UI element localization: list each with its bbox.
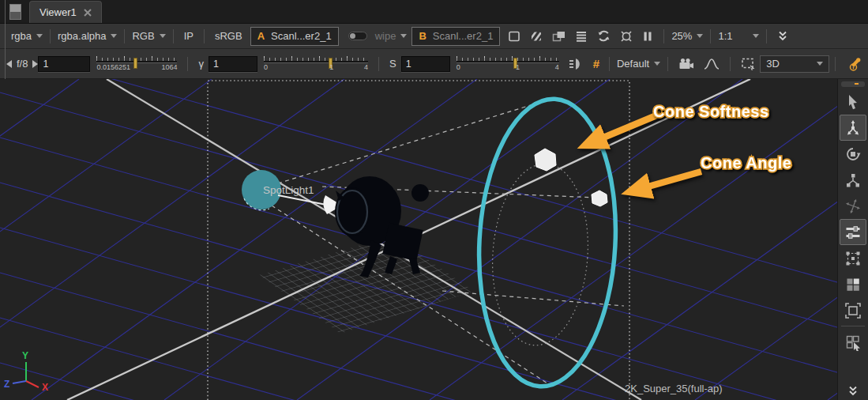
chevron-down-icon	[36, 34, 43, 38]
update-region-button[interactable]	[615, 30, 637, 43]
headlamp-button[interactable]	[564, 57, 589, 71]
separator	[710, 29, 711, 43]
lines-icon	[574, 30, 588, 43]
wipe-toggle[interactable]	[348, 32, 367, 40]
aperture-icon	[619, 30, 633, 43]
display-mode-dropdown[interactable]: RGB	[130, 30, 167, 42]
input-a-selector[interactable]: A Scanl...er2_1	[250, 27, 339, 46]
field-lines-button[interactable]	[570, 30, 592, 43]
z-axis-label: Z	[4, 379, 9, 390]
chevron-down-icon	[753, 34, 759, 38]
cone-angle-annotation: Cone Angle	[701, 154, 791, 172]
tool-layout-grid[interactable]	[840, 271, 866, 297]
viewer-side-toolbar	[837, 79, 868, 400]
divider	[841, 326, 865, 326]
tool-select[interactable]	[840, 89, 866, 115]
separator	[766, 29, 767, 43]
marquee-icon	[740, 57, 756, 70]
alpha-layer-dropdown[interactable]: rgba.alpha	[56, 30, 118, 42]
pause-icon	[641, 30, 654, 43]
input-b-selector[interactable]: B Scanl...er2_1	[411, 27, 500, 46]
grid-snap-button[interactable]: #	[589, 57, 603, 70]
gain-input[interactable]	[38, 56, 90, 72]
next-aperture-button[interactable]	[32, 60, 38, 68]
lookup-curve-button[interactable]	[699, 58, 724, 70]
view-mode-dropdown[interactable]: 3D	[760, 55, 829, 73]
tool-free-transform[interactable]	[840, 193, 866, 219]
separator	[187, 57, 188, 71]
format-label: 2K_Super_35(full-ap)	[625, 383, 723, 394]
sample-info-button[interactable]	[841, 56, 866, 72]
stripes-icon	[529, 30, 543, 43]
input-a-node: Scanl...er2_1	[271, 30, 332, 42]
double-chevron-down-icon	[847, 385, 859, 397]
translate-icon	[844, 119, 862, 137]
tab-viewer1[interactable]: Viewer1	[29, 1, 102, 23]
roi-button[interactable]	[503, 30, 525, 43]
pixel-aspect-dropdown[interactable]: 1:1	[716, 30, 761, 42]
gamma-slider[interactable]: 0 1 4	[264, 56, 368, 77]
tool-frame-selection[interactable]	[840, 297, 866, 323]
rotate-icon	[844, 145, 862, 163]
input-b-label: B	[419, 30, 426, 42]
chevron-down-icon	[654, 62, 660, 66]
eyedropper-info-icon	[845, 56, 862, 72]
chevron-down-icon	[697, 34, 703, 38]
separator	[730, 57, 731, 71]
lighting-mode-dropdown[interactable]: Default	[615, 58, 662, 70]
sliders-icon	[844, 224, 862, 241]
sidebar-overflow-button[interactable]	[840, 381, 866, 400]
refresh-icon	[596, 29, 611, 43]
frame-brackets-icon	[844, 302, 862, 319]
refresh-button[interactable]	[592, 29, 615, 43]
separator	[173, 29, 174, 43]
viewer-3d-toolbar: f/8 0.0156251 1064 γ 0 1 4 S	[0, 49, 868, 79]
tool-rotate[interactable]	[840, 141, 866, 167]
selection-mode-button[interactable]	[736, 57, 760, 70]
gain-scale-max: 1064	[161, 63, 177, 71]
panel-menu-icon[interactable]	[9, 4, 21, 20]
colorspace-button[interactable]: sRGB	[215, 30, 242, 42]
pause-button[interactable]	[637, 30, 658, 43]
chevron-down-icon	[111, 34, 117, 38]
input-process-button[interactable]: IP	[184, 30, 194, 42]
input-a-label: A	[257, 30, 265, 42]
3d-viewport[interactable]: 0 1 SpotLight1	[0, 79, 837, 400]
separator	[50, 29, 51, 43]
spotlight-label: SpotLight1	[263, 184, 314, 196]
layer-dropdown[interactable]: rgba	[9, 30, 44, 42]
toolbar-overflow-button[interactable]	[772, 30, 793, 42]
tool-scale-hierarchy[interactable]	[840, 167, 866, 193]
wipe-dropdown[interactable]: wipe	[374, 30, 409, 42]
chevron-down-icon	[400, 34, 407, 38]
sidebar-handle[interactable]	[841, 81, 865, 87]
checkerboard-button[interactable]	[525, 30, 547, 43]
zoom-dropdown[interactable]: 25%	[670, 30, 705, 42]
saturation-slider[interactable]: 0 1 4	[457, 56, 559, 77]
gain-scale-min: 0.0156251	[96, 63, 130, 71]
tool-grid-select[interactable]	[840, 329, 866, 355]
tool-multi-slider[interactable]	[840, 219, 866, 245]
panel-splitter[interactable]	[5, 0, 6, 79]
prev-aperture-button[interactable]	[6, 60, 12, 68]
x-axis-label: X	[42, 382, 48, 393]
grid-2x2-icon	[844, 276, 862, 293]
tool-marquee-handles[interactable]	[840, 245, 866, 271]
overlap-squares-icon	[551, 30, 566, 43]
overlay-button[interactable]	[547, 30, 570, 43]
handles-box-icon	[844, 250, 862, 267]
tool-translate[interactable]	[840, 115, 866, 141]
lock-camera-button[interactable]	[674, 58, 699, 70]
viewer-toolbar: rgba rgba.alpha RGB IP sRGB A Scanl...er…	[0, 24, 868, 49]
close-icon[interactable]	[84, 9, 92, 17]
crossed-arrows-icon	[844, 198, 862, 215]
separator	[204, 29, 205, 43]
chevron-down-icon	[160, 34, 166, 38]
cursor-icon	[844, 93, 862, 111]
saturation-input[interactable]	[401, 56, 450, 72]
headlight-icon	[568, 57, 585, 71]
gamma-input[interactable]	[209, 56, 257, 72]
input-b-node: Scanl...er2_1	[433, 30, 494, 42]
gain-slider[interactable]: 0.0156251 1064	[96, 56, 177, 77]
hierarchy-icon	[844, 172, 862, 189]
